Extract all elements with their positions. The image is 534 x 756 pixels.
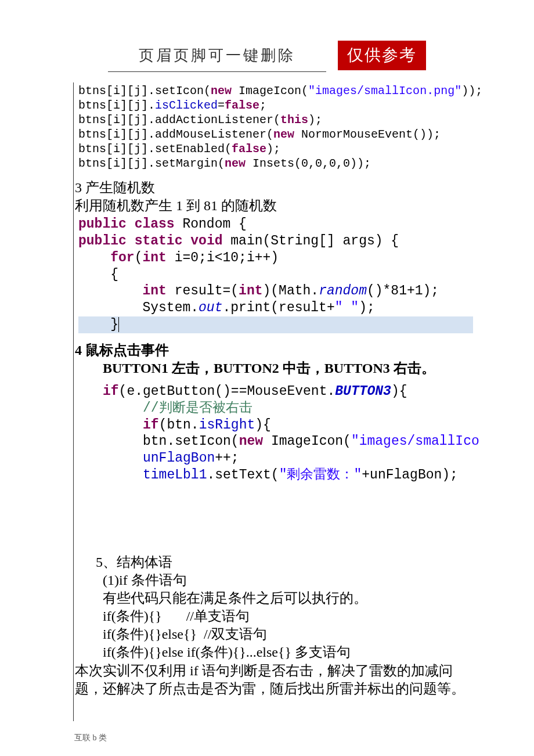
section-4-title: 4 鼠标点击事件 [74, 341, 473, 359]
code-text: btns[i][j].setEnabled( [78, 142, 232, 156]
static-method: random [319, 283, 367, 298]
keyword-void: void [190, 233, 222, 249]
section-3-desc: 利用随机数产生 1 到 81 的随机数 [74, 197, 473, 215]
keyword-if: if [103, 384, 119, 399]
static-field: out [199, 300, 222, 315]
code-text: btns[i][j]. [78, 99, 155, 112]
string-literal: " " [335, 300, 359, 315]
code-text: ImageIcon( [263, 434, 351, 449]
code-text: .print(result+ [222, 300, 334, 315]
page: 页眉页脚可一键删除 仅供参考 btns[i][j].setIcon(new Im… [0, 0, 534, 756]
keyword-new: new [273, 128, 294, 141]
space [182, 233, 190, 249]
keyword-int: int [142, 283, 166, 298]
content: btns[i][j].setIcon(new ImageIcon("images… [73, 82, 473, 721]
keyword-static: static [135, 233, 183, 249]
string-literal: "images/smallIco [351, 434, 479, 449]
code-text: btns[i][j].setMargin( [78, 157, 225, 170]
code-text: Rondom { [175, 217, 247, 232]
code-block-3: if(e.getButton()==MouseEvent.BUTTON3){ /… [74, 382, 473, 484]
code-text: ++; [215, 451, 239, 466]
code-text: btns[i][j].addActionListener( [78, 113, 280, 127]
code-text: (e.getButton()==MouseEvent. [119, 384, 335, 399]
code-text: ); [359, 300, 375, 315]
section-4-desc: BUTTON1 左击，BUTTON2 中击，BUTTON3 右击。 [74, 359, 473, 377]
code-text: (btn. [159, 417, 199, 433]
code-block-1: btns[i][j].setIcon(new ImageIcon("images… [74, 82, 473, 171]
code-text: ; [259, 99, 266, 112]
code-text: Insets(0,0,0,0)); [246, 157, 371, 170]
header-title: 页眉页脚可一键删除 [108, 41, 326, 72]
page-header: 页眉页脚可一键删除 仅供参考 [0, 41, 534, 72]
section-5-paragraph: 本次实训不仅利用 if 语句判断是否右击，解决了雷数的加减问题，还解决了所点击是… [74, 662, 473, 698]
keyword-new: new [239, 434, 263, 449]
code-text: result=( [167, 283, 239, 298]
brace: { [110, 267, 118, 282]
code-text: ImageIcon( [232, 84, 308, 98]
code-text: ); [266, 142, 280, 156]
keyword-class: class [135, 217, 175, 232]
code-text: ){ [255, 417, 271, 433]
space [127, 233, 135, 249]
space [127, 217, 135, 232]
section-3-title: 3 产生随机数 [74, 179, 473, 197]
code-text: ){ [391, 384, 407, 399]
code-text: System. [142, 300, 199, 315]
comment: //判断是否被右击 [143, 401, 252, 416]
keyword-int: int [142, 250, 166, 265]
highlighted-line: } [78, 316, 473, 333]
keyword-public: public [78, 233, 127, 249]
code-text: ()*81+1); [367, 283, 439, 298]
code-text: i=0;i<10;i++) [167, 250, 279, 265]
field: timeLbl1 [143, 467, 207, 483]
section-5-line5: if(条件){}else if(条件){}...else{} 多支语句 [74, 643, 473, 661]
section-5-line1: (1)if 条件语句 [74, 571, 473, 589]
header-badge: 仅供参考 [338, 41, 426, 70]
keyword-for: for [110, 250, 134, 265]
keyword-if: if [143, 417, 159, 433]
code-line: btns[i][j].setIcon( [78, 84, 211, 98]
code-text: btn.setIcon( [143, 434, 239, 449]
section-5-title: 5、结构体语 [74, 553, 473, 571]
string-literal: "images/smallIcon.png" [308, 84, 461, 98]
constant: BUTTON3 [335, 384, 391, 399]
code-text: NormorMouseEvent()); [294, 128, 441, 141]
keyword-false: false [225, 99, 259, 112]
code-text: )); [461, 84, 482, 98]
keyword-public: public [78, 217, 127, 232]
keyword-int: int [239, 283, 262, 298]
section-5-line4: if(条件){}else{} //双支语句 [74, 625, 473, 643]
field: isClicked [155, 99, 218, 112]
code-text: +unFlagBon); [362, 467, 458, 483]
keyword-this: this [280, 113, 308, 127]
code-block-2: public class Rondom { public static void… [74, 215, 473, 333]
code-text: = [218, 99, 225, 112]
code-text: ( [135, 250, 143, 265]
field: unFlagBon [143, 451, 215, 466]
code-text: ); [308, 113, 322, 127]
section-5-line3: if(条件){} //单支语句 [74, 607, 473, 625]
code-text: btns[i][j].addMouseListener( [78, 128, 273, 141]
code-text: )(Math. [263, 283, 319, 298]
keyword-new: new [225, 157, 246, 170]
page-footer: 互联 b 类 [74, 733, 107, 743]
section-5-line2: 有些代码只能在满足条件之后可以执行的。 [74, 589, 473, 607]
keyword-false: false [232, 142, 266, 156]
string-literal: "剩余雷数：" [279, 467, 362, 483]
brace: } [110, 317, 119, 332]
code-text: main(String[] args) { [223, 233, 399, 249]
keyword-new: new [211, 84, 232, 98]
code-text: .setText( [207, 467, 279, 483]
field: isRight [199, 417, 255, 433]
